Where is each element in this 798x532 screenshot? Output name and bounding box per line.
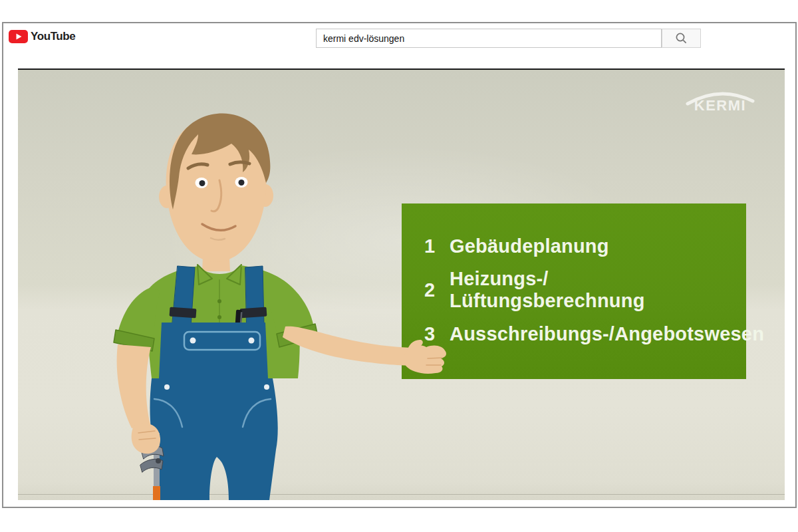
topic-label: Heizungs-/ Lüftungsberechnung [450,268,746,312]
search-icon [674,31,688,45]
topic-label: Gebäudeplanung [450,235,609,257]
topic-item: 3 Ausschreibungs-/Angebotswesen [402,312,746,356]
topic-label: Ausschreibungs-/Angebotswesen [450,323,764,345]
kermi-watermark: KERMI [685,88,755,114]
youtube-brand-text: YouTube [31,30,75,43]
video-player[interactable]: KERMI 1 Gebäudeplanung 2 Heizungs-/ Lüft… [18,68,785,500]
topic-number: 3 [424,323,450,345]
youtube-play-icon [9,30,28,43]
topic-item: 1 Gebäudeplanung [402,224,746,268]
video-top-edge [18,68,785,70]
youtube-logo[interactable]: YouTube [9,30,75,43]
topic-item: 2 Heizungs-/ Lüftungsberechnung [402,268,746,312]
video-topic-panel: 1 Gebäudeplanung 2 Heizungs-/ Lüftungsbe… [402,203,746,379]
topic-number: 1 [424,235,450,257]
topic-number: 2 [424,279,450,301]
browser-page: YouTube KERMI 1 Gebäudeplanung 2 Hei [2,22,797,508]
search-button[interactable] [662,29,701,48]
kermi-logo-text: KERMI [685,97,755,114]
search-input[interactable] [316,29,662,48]
floor-line [18,494,785,495]
